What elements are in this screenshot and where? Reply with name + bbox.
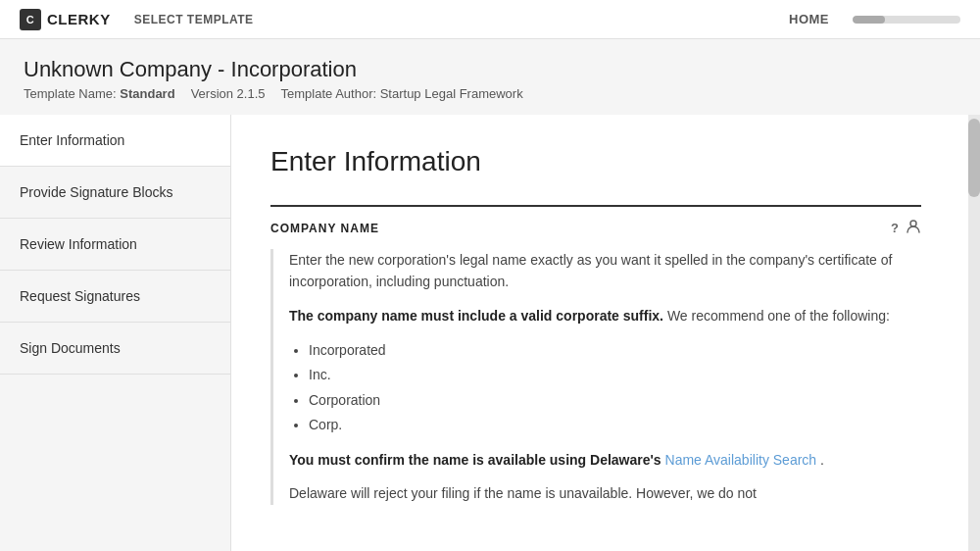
paragraph-4: Delaware will reject your filing if the … [289, 482, 921, 504]
sidebar-item-review-information[interactable]: Review Information [0, 219, 230, 271]
paragraph-2-bold: The company name must include a valid co… [289, 308, 663, 324]
sidebar-item-enter-information[interactable]: Enter Information [0, 115, 230, 167]
svg-point-0 [910, 221, 916, 226]
paragraph-2: The company name must include a valid co… [289, 305, 921, 326]
version-label: Version 2.1.5 [191, 86, 266, 101]
list-item-inc: Inc. [309, 363, 921, 387]
suffix-list: Incorporated Inc. Corporation Corp. [309, 338, 921, 437]
author-label: Template Author: Startup Legal Framework [281, 86, 523, 101]
list-item-incorporated: Incorporated [309, 338, 921, 363]
navbar: C CLERKY SELECT TEMPLATE HOME [0, 0, 980, 39]
template-name-value: Standard [120, 86, 174, 101]
paragraph-1: Enter the new corporation's legal name e… [289, 249, 921, 293]
content-heading: Enter Information [270, 146, 921, 177]
person-icon[interactable] [906, 219, 921, 237]
home-nav[interactable]: HOME [789, 12, 829, 26]
section-label-icons: ? [891, 219, 921, 237]
sidebar-item-signature-blocks[interactable]: Provide Signature Blocks [0, 167, 230, 219]
select-template-nav[interactable]: SELECT TEMPLATE [134, 13, 254, 26]
paragraph-2-rest: We recommend one of the following: [667, 308, 890, 324]
list-item-corp: Corp. [309, 413, 921, 437]
template-name-label: Template Name: Standard [24, 86, 175, 101]
brand-logo[interactable]: C CLERKY [20, 9, 111, 30]
page-header: Unknown Company - Incorporation Template… [0, 39, 980, 115]
paragraph-3-bold: You must confirm the name is available u… [289, 452, 662, 468]
main-layout: Enter Information Provide Signature Bloc… [0, 115, 980, 551]
scrollbar-track[interactable] [968, 115, 980, 551]
paragraph-3-rest: . [820, 452, 824, 468]
question-icon[interactable]: ? [891, 221, 900, 235]
sidebar: Enter Information Provide Signature Bloc… [0, 115, 231, 551]
name-availability-link[interactable]: Name Availability Search [665, 452, 817, 468]
paragraph-3: You must confirm the name is available u… [289, 449, 921, 471]
company-name-section-body: Enter the new corporation's legal name e… [270, 249, 921, 505]
list-item-corporation: Corporation [309, 388, 921, 413]
brand-name: CLERKY [47, 11, 111, 27]
sidebar-item-request-signatures[interactable]: Request Signatures [0, 271, 230, 323]
progress-bar-container [853, 16, 960, 24]
scrollbar-thumb[interactable] [968, 119, 980, 197]
content-area: Enter Information COMPANY NAME ? Enter t… [231, 115, 968, 551]
progress-bar-fill [853, 16, 885, 24]
company-name-section-label: COMPANY NAME ? [270, 205, 921, 237]
sidebar-item-sign-documents[interactable]: Sign Documents [0, 323, 230, 375]
brand-icon: C [20, 9, 41, 30]
page-title: Unknown Company - Incorporation [24, 57, 956, 82]
page-header-meta: Template Name: Standard Version 2.1.5 Te… [24, 86, 956, 101]
